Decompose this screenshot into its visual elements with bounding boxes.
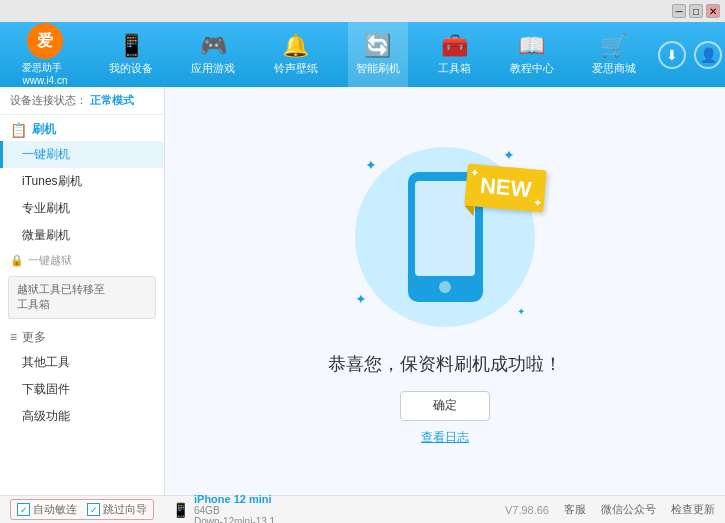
star-2: ✦ bbox=[503, 147, 515, 163]
nav-ringtones[interactable]: 🔔 铃声壁纸 bbox=[266, 22, 326, 87]
service-link[interactable]: 客服 bbox=[564, 502, 586, 517]
notice-box: 越狱工具已转移至工具箱 bbox=[8, 276, 156, 319]
nav-smart-flash[interactable]: 🔄 智能刷机 bbox=[348, 22, 408, 87]
skip-guide-checkbox[interactable]: ✓ 跳过向导 bbox=[87, 502, 147, 517]
main-content: 设备连接状态： 正常模式 📋 刷机 一键刷机 iTunes刷机 专业刷机 微量刷… bbox=[0, 87, 725, 495]
device-storage: 64GB bbox=[194, 505, 275, 516]
more-icon: ≡ bbox=[10, 330, 17, 344]
sidebar: 设备连接状态： 正常模式 📋 刷机 一键刷机 iTunes刷机 专业刷机 微量刷… bbox=[0, 87, 165, 495]
logo: 爱 爱思助手 www.i4.cn bbox=[0, 18, 90, 91]
new-ribbon: NEW bbox=[464, 163, 547, 212]
auto-connect-checkbox[interactable]: ✓ 自动敏连 bbox=[17, 502, 77, 517]
sidebar-item-pro-flash[interactable]: 专业刷机 bbox=[0, 195, 164, 222]
download-button[interactable]: ⬇ bbox=[658, 41, 686, 69]
star-3: ✦ bbox=[355, 291, 367, 307]
flash-section-icon: 📋 bbox=[10, 122, 27, 138]
sidebar-item-download-firmware[interactable]: 下载固件 bbox=[0, 376, 164, 403]
bottom-bar: ✓ 自动敏连 ✓ 跳过向导 📱 iPhone 12 mini 64GB Down… bbox=[0, 495, 725, 523]
minimize-button[interactable]: ─ bbox=[672, 4, 686, 18]
header-actions: ⬇ 👤 bbox=[655, 41, 725, 69]
phone-home-btn bbox=[439, 281, 451, 293]
title-bar: ─ □ ✕ bbox=[0, 0, 725, 22]
wechat-link[interactable]: 微信公众号 bbox=[601, 502, 656, 517]
confirm-button[interactable]: 确定 bbox=[400, 391, 490, 421]
connection-status: 设备连接状态： 正常模式 bbox=[0, 87, 164, 115]
tutorial-nav-icon: 📖 bbox=[518, 33, 545, 59]
checkbox-row: ✓ 自动敏连 ✓ 跳过向导 bbox=[10, 499, 154, 520]
device-model: Down-12mini-13,1 bbox=[194, 516, 275, 524]
nav-apps-games[interactable]: 🎮 应用游戏 bbox=[183, 22, 243, 87]
user-button[interactable]: 👤 bbox=[694, 41, 722, 69]
device-info: 📱 iPhone 12 mini 64GB Down-12mini-13,1 bbox=[162, 493, 285, 524]
toolbox-nav-icon: 🧰 bbox=[441, 33, 468, 59]
sidebar-item-itunes-flash[interactable]: iTunes刷机 bbox=[0, 168, 164, 195]
sidebar-item-other-tools[interactable]: 其他工具 bbox=[0, 349, 164, 376]
sidebar-item-advanced[interactable]: 高级功能 bbox=[0, 403, 164, 430]
nav-bar: 📱 我的设备 🎮 应用游戏 🔔 铃声壁纸 🔄 智能刷机 🧰 工具箱 📖 教程中心… bbox=[90, 22, 655, 87]
skip-guide-check-icon: ✓ bbox=[87, 503, 100, 516]
sidebar-item-micro-flash[interactable]: 微量刷机 bbox=[0, 222, 164, 249]
maximize-button[interactable]: □ bbox=[689, 4, 703, 18]
goto-daily-link[interactable]: 查看日志 bbox=[421, 429, 469, 446]
locked-section: 🔒 一键越狱 bbox=[0, 249, 164, 272]
flash-section-header: 📋 刷机 bbox=[0, 115, 164, 141]
logo-text: 爱思助手 www.i4.cn bbox=[22, 61, 67, 86]
phone-illustration: ✦ ✦ ✦ ✦ NEW bbox=[335, 137, 555, 337]
star-4: ✦ bbox=[517, 306, 525, 317]
apps-nav-icon: 🎮 bbox=[200, 33, 227, 59]
logo-icon: 爱 bbox=[27, 23, 63, 59]
version-label: V7.98.66 bbox=[505, 504, 549, 516]
content-area: ✦ ✦ ✦ ✦ NEW 恭喜您，保资料刷机成功啦！ 确定 查看日志 bbox=[165, 87, 725, 495]
mall-nav-icon: 🛒 bbox=[600, 33, 627, 59]
flash-nav-icon: 🔄 bbox=[364, 33, 391, 59]
bottom-left: ✓ 自动敏连 ✓ 跳过向导 📱 iPhone 12 mini 64GB Down… bbox=[10, 493, 505, 524]
check-update-link[interactable]: 检查更新 bbox=[671, 502, 715, 517]
more-section-header: ≡ 更多 bbox=[0, 323, 164, 349]
lock-icon: 🔒 bbox=[10, 254, 24, 267]
auto-connect-check-icon: ✓ bbox=[17, 503, 30, 516]
device-phone-icon: 📱 bbox=[172, 502, 189, 518]
bottom-right: V7.98.66 客服 微信公众号 检查更新 bbox=[505, 502, 715, 517]
close-button[interactable]: ✕ bbox=[706, 4, 720, 18]
device-nav-icon: 📱 bbox=[118, 33, 145, 59]
sidebar-item-one-key-flash[interactable]: 一键刷机 bbox=[0, 141, 164, 168]
nav-mall[interactable]: 🛒 爱思商城 bbox=[584, 22, 644, 87]
success-message: 恭喜您，保资料刷机成功啦！ bbox=[328, 352, 562, 376]
nav-my-device[interactable]: 📱 我的设备 bbox=[101, 22, 161, 87]
header: 爱 爱思助手 www.i4.cn 📱 我的设备 🎮 应用游戏 🔔 铃声壁纸 🔄 … bbox=[0, 22, 725, 87]
ringtones-nav-icon: 🔔 bbox=[282, 33, 309, 59]
star-1: ✦ bbox=[365, 157, 377, 173]
new-badge: NEW bbox=[466, 167, 545, 209]
nav-tutorial[interactable]: 📖 教程中心 bbox=[502, 22, 562, 87]
nav-toolbox[interactable]: 🧰 工具箱 bbox=[430, 22, 479, 87]
